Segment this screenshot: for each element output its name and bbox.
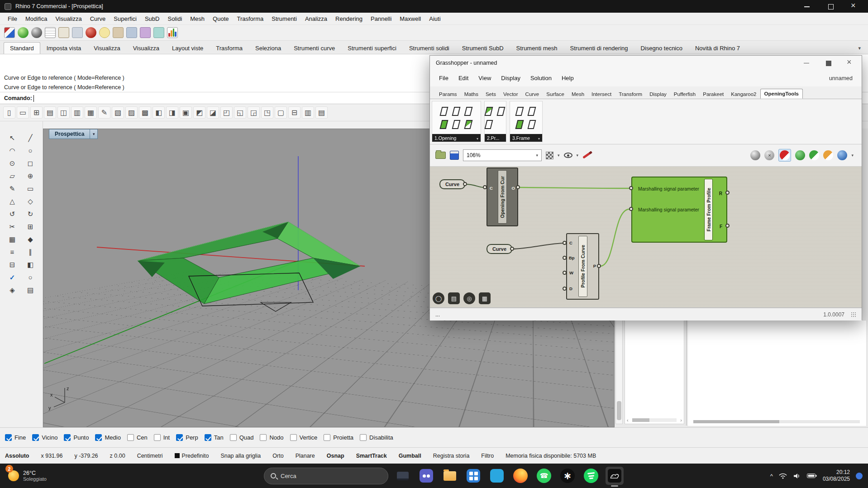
toolbar-icon[interactable]: ▣ — [180, 106, 192, 119]
menu-item[interactable]: Pannelli — [367, 14, 396, 24]
osnap-item[interactable]: Punto — [64, 434, 89, 441]
statusbar-item[interactable]: Filtro — [481, 453, 494, 459]
wireframe-preview-icon[interactable]: × — [764, 150, 774, 160]
grasshopper-tab[interactable]: Transform — [615, 90, 646, 99]
profile-component-icon[interactable] — [484, 119, 494, 130]
opening-component-icon[interactable] — [463, 106, 473, 117]
shaded-sphere-icon[interactable] — [31, 27, 42, 38]
statusbar-item[interactable]: Snap alla griglia — [220, 453, 261, 459]
material-icon[interactable] — [113, 27, 124, 38]
orange-white-icon[interactable] — [823, 150, 833, 160]
grasshopper-tab[interactable]: Mesh — [568, 90, 588, 99]
grasshopper-titlebar[interactable]: Grasshopper - unnamed — [430, 56, 862, 70]
toolbar-icon[interactable]: ▤ — [44, 106, 56, 119]
sidebar-tool-icon[interactable]: ⊞ — [24, 221, 37, 232]
close-icon[interactable] — [851, 3, 857, 10]
sidebar-tool-icon[interactable]: ✓ — [6, 272, 19, 283]
osnap-checkbox[interactable] — [5, 434, 12, 441]
output-socket[interactable] — [463, 182, 467, 186]
ribbon-tab[interactable]: Trasforma — [210, 42, 249, 54]
statusbar-item[interactable]: Centimetri — [137, 453, 163, 459]
statusbar-item[interactable]: y -379.26 — [74, 453, 98, 459]
gh-node-frame-from-profile[interactable]: Marshalling signal parameter Marshalling… — [631, 177, 727, 243]
ribbon-tab[interactable]: Strumenti SubD — [456, 42, 510, 54]
ribbon-tab[interactable]: Strumenti curve — [287, 42, 341, 54]
frame-component-icon[interactable] — [515, 106, 525, 117]
clipboard-icon[interactable] — [58, 27, 69, 38]
osnap-checkbox[interactable] — [95, 434, 102, 441]
green-white-icon[interactable] — [809, 150, 819, 160]
input-socket[interactable] — [563, 241, 567, 245]
viewport-menu-arrow-icon[interactable] — [90, 129, 98, 139]
group-label-bar[interactable]: 2.Pr... — [485, 134, 506, 142]
sidebar-tool-icon[interactable]: ○ — [24, 145, 37, 156]
grasshopper-tab[interactable]: Params — [435, 90, 461, 99]
toolbar-icon[interactable]: ◫ — [57, 106, 70, 119]
toolbar-icon[interactable]: ▧ — [112, 106, 124, 119]
osnap-item[interactable]: Disabilita — [360, 434, 393, 441]
osnap-item[interactable]: Fine — [5, 434, 26, 441]
print-icon[interactable] — [72, 27, 83, 38]
osnap-checkbox[interactable] — [290, 434, 297, 441]
maximize-icon[interactable] — [825, 60, 831, 66]
osnap-item[interactable]: Perp — [176, 434, 198, 441]
green-frame-object[interactable] — [138, 222, 360, 304]
layer-icon[interactable] — [126, 27, 137, 38]
chevron-down-icon[interactable] — [558, 153, 560, 158]
profile-component-icon[interactable] — [496, 106, 506, 117]
osnap-checkbox[interactable] — [230, 434, 237, 441]
tray-clock[interactable]: 20:12 03/08/2025 — [823, 469, 850, 483]
file-explorer-icon[interactable] — [441, 467, 459, 485]
shaded-preview-selected[interactable] — [778, 149, 791, 162]
opening-component-icon[interactable] — [451, 106, 461, 117]
horizontal-scroll-thumb[interactable] — [632, 418, 649, 422]
opening-component-icon[interactable] — [439, 119, 449, 130]
open-file-icon[interactable] — [435, 152, 446, 159]
toolbar-icon[interactable]: ◪ — [207, 106, 219, 119]
osnap-checkbox[interactable] — [360, 434, 367, 441]
output-socket[interactable] — [725, 224, 730, 228]
statusbar-item[interactable]: Gumball — [399, 453, 421, 459]
toolbar-icon[interactable]: ⊟ — [288, 106, 300, 119]
minimize-icon[interactable] — [803, 60, 810, 66]
grasshopper-tab[interactable]: Sets — [482, 90, 500, 99]
sidebar-tool-icon[interactable]: ↖ — [6, 132, 19, 144]
sidebar-tool-icon[interactable]: ◻ — [24, 158, 37, 169]
lightbulb-icon[interactable] — [99, 27, 110, 38]
firefox-icon[interactable] — [511, 467, 529, 485]
chevron-down-icon[interactable] — [538, 135, 540, 141]
input-socket[interactable] — [629, 207, 633, 211]
menu-item[interactable]: Solidi — [163, 14, 186, 24]
sidebar-tool-icon[interactable]: ○ — [24, 272, 37, 283]
menu-item[interactable]: Quote — [209, 14, 233, 24]
ribbon-tab[interactable]: Seleziona — [249, 42, 287, 54]
statusbar-item[interactable]: SmartTrack — [356, 453, 387, 459]
menu-item[interactable]: Superfici — [110, 14, 141, 24]
save-file-icon[interactable] — [450, 151, 459, 160]
viewport-tab[interactable]: Prospettica — [49, 129, 98, 139]
toolbar-icon[interactable]: ▯ — [3, 106, 15, 119]
spotify-icon[interactable] — [582, 467, 600, 485]
menu-item[interactable]: Help — [557, 73, 578, 83]
osnap-item[interactable]: Proietta — [324, 434, 353, 441]
sidebar-tool-icon[interactable]: ▤ — [24, 284, 37, 296]
viewport-tab-label[interactable]: Prospettica — [49, 129, 90, 139]
sidebar-tool-icon[interactable]: ◇ — [24, 196, 37, 207]
osnap-checkbox[interactable] — [32, 434, 39, 441]
ribbon-tab[interactable]: Strumenti superfici — [341, 42, 403, 54]
grasshopper-tab[interactable]: Parakeet — [699, 90, 727, 99]
osnap-item[interactable]: Vertice — [290, 434, 318, 441]
grasshopper-tab[interactable]: Kangaroo2 — [727, 90, 760, 99]
solid-green-icon[interactable] — [795, 150, 805, 160]
sidebar-tool-icon[interactable]: ╱ — [24, 132, 37, 144]
viewport-settings-icon[interactable] — [153, 27, 164, 38]
ribbon-tab[interactable]: Visualizza — [87, 42, 126, 54]
menu-item[interactable]: Maxwell — [396, 14, 425, 24]
sidebar-tool-icon[interactable]: ↺ — [6, 208, 19, 220]
sidebar-tool-icon[interactable]: ◠ — [6, 145, 19, 156]
statusbar-item[interactable]: Registra storia — [433, 453, 470, 459]
sidebar-tool-icon[interactable]: ≡ — [6, 246, 19, 258]
chevron-down-icon[interactable] — [577, 153, 579, 158]
input-socket[interactable] — [629, 186, 633, 190]
ribbon-tab[interactable]: Visualizza — [127, 42, 166, 54]
